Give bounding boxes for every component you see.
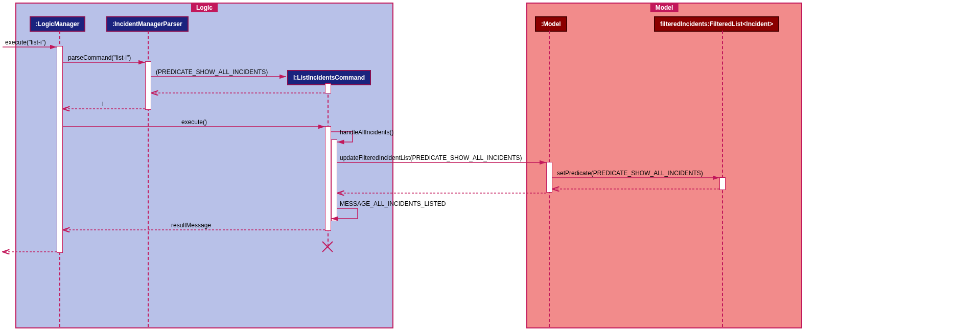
msg-parse-command: parseCommand("list-i") xyxy=(68,54,131,61)
logic-title: Logic xyxy=(191,3,218,12)
activation-filtered xyxy=(719,177,726,190)
activation-imp-1 xyxy=(145,61,151,110)
activation-model xyxy=(546,162,552,193)
activation-lic-handle xyxy=(331,139,337,221)
model-title: Model xyxy=(650,3,679,12)
participant-incident-manager-parser: :IncidentManagerParser xyxy=(106,16,189,32)
msg-result-message: resultMessage xyxy=(171,222,211,229)
msg-execute-empty: execute() xyxy=(181,119,207,126)
msg-message-all: MESSAGE_ALL_INCIDENTS_LISTED xyxy=(340,200,446,207)
activation-lic-create xyxy=(325,83,331,93)
model-box: Model xyxy=(526,3,802,328)
activation-lic-exec xyxy=(325,126,331,231)
msg-return-l: l xyxy=(102,101,104,108)
msg-handle-all: handleAllIncidents() xyxy=(340,129,393,136)
msg-update-filtered: updateFilteredIncidentList(PREDICATE_SHO… xyxy=(340,154,522,161)
participant-logic-manager: :LogicManager xyxy=(30,16,85,32)
participant-model: :Model xyxy=(535,16,567,32)
activation-logic-manager xyxy=(57,46,63,253)
msg-execute-listi: execute("list-i") xyxy=(5,39,46,46)
msg-predicate-create: (PREDICATE_SHOW_ALL_INCIDENTS) xyxy=(156,68,268,76)
msg-set-predicate: setPredicate(PREDICATE_SHOW_ALL_INCIDENT… xyxy=(557,170,703,177)
participant-filtered-incidents: filteredIncidents:FilteredList<Incident> xyxy=(654,16,779,32)
